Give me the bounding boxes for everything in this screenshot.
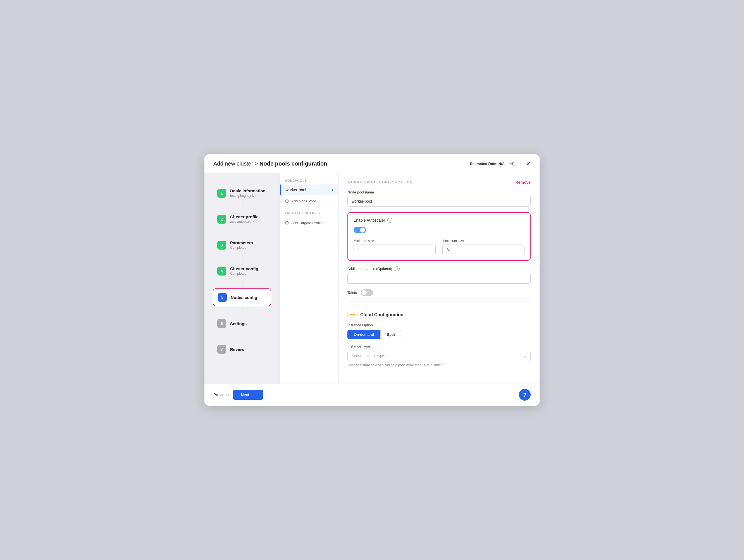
instance-hint: Choose instances which can hold pods mor…	[347, 363, 531, 367]
additional-labels-label: Additional Labels (Optional) i	[347, 266, 531, 271]
step-name-3: Parameters	[230, 240, 253, 245]
sidebar: 1 Basic information tesdtgfhngnbjnkm 2 C…	[204, 173, 280, 384]
modal-body: 1 Basic information tesdtgfhngnbjnkm 2 C…	[204, 173, 540, 384]
modal-container: Add new cluster > Node pools configurati…	[204, 154, 540, 406]
step-name-7: Review	[230, 347, 245, 352]
main-content: NODEPOOLS worker-pool › ⊕ Add Node Pool …	[280, 173, 540, 384]
autoscaler-toggle[interactable]	[354, 227, 366, 233]
sidebar-item-parameters[interactable]: 3 Parameters Completed	[204, 236, 280, 253]
step-badge-2: 2	[217, 215, 226, 224]
previous-button[interactable]: Previous	[213, 393, 228, 397]
instance-type-label: Instance Type	[347, 344, 531, 348]
step-badge-7: 7	[217, 345, 226, 354]
step-sub-1: tesdtgfhngnbjnkm	[230, 194, 266, 198]
step-name-2: Cluster profile	[230, 214, 259, 219]
help-button[interactable]: ?	[519, 389, 531, 401]
step-labels-7: Review	[230, 347, 245, 352]
sidebar-item-nodes-config[interactable]: 5 Nodes config	[204, 288, 280, 306]
config-header: WORKER-POOL CONFIGURATION Remove	[347, 180, 531, 185]
step-labels-4: Cluster config Completed	[230, 266, 258, 276]
add-node-pool-button[interactable]: ⊕ Add Node Pool	[280, 195, 338, 207]
step-labels-6: Settings	[230, 321, 247, 326]
nodepools-section-title: NODEPOOLS	[280, 179, 338, 185]
step-connector-3	[242, 254, 243, 262]
min-size-field: Minimum size	[354, 239, 436, 255]
step-name-4: Cluster config	[230, 266, 258, 271]
min-size-input[interactable]	[354, 245, 436, 255]
step-name-5: Nodes config	[231, 295, 257, 300]
remove-button[interactable]: Remove	[516, 180, 531, 185]
taints-slider	[361, 289, 373, 296]
footer-left: Previous Next →	[213, 390, 263, 400]
aws-logo: aws	[347, 312, 358, 318]
on-demand-button[interactable]: On-demand	[347, 330, 380, 339]
header-right: Estimated Rate: N/A API ✕	[470, 161, 531, 167]
sidebar-item-settings[interactable]: 6 Settings	[204, 315, 280, 332]
step-connector-5	[242, 307, 243, 315]
estimated-rate-label: Estimated Rate:	[470, 162, 497, 166]
step-name-6: Settings	[230, 321, 247, 326]
step-badge-5: 5	[218, 293, 227, 302]
instance-type-select-wrapper: Select instance type... ⌄	[347, 351, 531, 361]
api-button[interactable]: API	[510, 162, 516, 166]
breadcrumb-sep: >	[255, 161, 259, 167]
estimated-rate-value: N/A	[498, 162, 505, 166]
next-arrow-icon: →	[252, 393, 256, 397]
max-size-input[interactable]	[442, 245, 524, 255]
step-badge-4: 4	[217, 267, 226, 276]
taints-row: Taints	[347, 289, 531, 296]
breadcrumb-start: Add new cluster	[213, 161, 253, 167]
pool-item-worker[interactable]: worker-pool ›	[280, 185, 338, 195]
header-title: Add new cluster > Node pools configurati…	[213, 161, 327, 167]
header-divider	[521, 161, 521, 167]
autoscaler-label: Enable Autoscaler	[354, 218, 385, 223]
step-labels-2: Cluster profile aws-autoscaler~	[230, 214, 259, 224]
step-connector-6	[242, 332, 243, 340]
step-connector-1	[242, 202, 243, 210]
taints-toggle[interactable]	[361, 289, 373, 296]
step-name-1: Basic information	[230, 189, 266, 193]
add-node-pool-label: Add Node Pool	[291, 199, 315, 203]
fargate-section-title: FARGATE PROFILES	[280, 207, 338, 217]
node-pool-name-label: Node pool name	[347, 190, 531, 194]
step-connector-4	[242, 280, 243, 288]
max-size-field: Maximum size	[442, 239, 524, 255]
cloud-config-title: Cloud Configuration	[360, 312, 404, 317]
config-panel: WORKER-POOL CONFIGURATION Remove Node po…	[338, 173, 540, 384]
close-button[interactable]: ✕	[526, 161, 531, 167]
add-fargate-button[interactable]: ⊕ Add Fargate Profile	[280, 217, 338, 229]
sidebar-item-basic-information[interactable]: 1 Basic information tesdtgfhngnbjnkm	[204, 185, 280, 202]
add-fargate-icon: ⊕	[285, 220, 289, 226]
step-sub-2: aws-autoscaler~	[230, 220, 259, 224]
node-pool-name-input[interactable]	[347, 196, 531, 207]
sidebar-item-cluster-profile[interactable]: 2 Cluster profile aws-autoscaler~	[204, 210, 280, 228]
instance-option-buttons: On-demand Spot	[347, 330, 531, 339]
section-divider	[347, 302, 531, 302]
add-fargate-label: Add Fargate Profile	[291, 221, 323, 225]
sidebar-item-review[interactable]: 7 Review	[204, 341, 280, 358]
instance-type-select[interactable]: Select instance type...	[347, 351, 531, 361]
step-sub-3: Completed	[230, 246, 253, 249]
next-button[interactable]: Next →	[233, 390, 263, 400]
nodepools-panel: NODEPOOLS worker-pool › ⊕ Add Node Pool …	[280, 173, 338, 384]
autoscaler-header: Enable Autoscaler i	[354, 218, 524, 223]
next-label: Next	[241, 393, 249, 397]
instance-option-label: Instance Option	[347, 323, 531, 327]
additional-labels-input[interactable]	[347, 273, 531, 284]
step-sub-4: Completed	[230, 272, 258, 276]
add-node-pool-icon: ⊕	[285, 198, 289, 204]
cloud-header: aws Cloud Configuration	[347, 312, 531, 318]
max-size-label: Maximum size	[442, 239, 524, 243]
sidebar-item-cluster-config[interactable]: 4 Cluster config Completed	[204, 263, 280, 279]
taints-label: Taints	[347, 291, 357, 295]
autoscaler-box: Enable Autoscaler i Minimum size Max	[347, 212, 531, 261]
step-badge-3: 3	[217, 241, 226, 249]
estimated-rate: Estimated Rate: N/A	[470, 162, 505, 166]
spot-button[interactable]: Spot	[380, 330, 401, 339]
step-labels-3: Parameters Completed	[230, 240, 253, 249]
autoscaler-info-icon: i	[387, 218, 393, 223]
pool-chevron-icon: ›	[332, 187, 333, 192]
step-labels-1: Basic information tesdtgfhngnbjnkm	[230, 189, 266, 198]
additional-labels-info-icon: i	[395, 266, 400, 271]
modal-header: Add new cluster > Node pools configurati…	[204, 154, 540, 173]
